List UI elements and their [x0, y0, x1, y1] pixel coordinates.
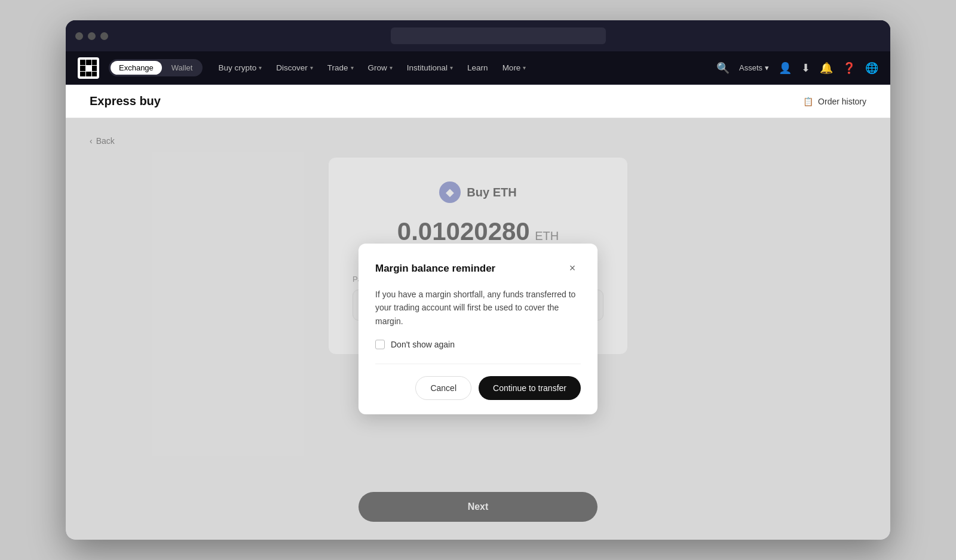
cancel-button[interactable]: Cancel [415, 376, 471, 400]
svg-rect-1 [86, 60, 91, 65]
bell-button[interactable]: 🔔 [820, 61, 833, 75]
page-body: ‹ Back ◆ Buy ETH 0.01020280 ETH You'll p… [66, 118, 890, 540]
chevron-icon: ▾ [310, 64, 313, 71]
svg-rect-0 [80, 60, 85, 65]
title-bar [66, 20, 890, 51]
page-title: Express buy [90, 94, 161, 108]
order-history-button[interactable]: 📋 Order history [803, 97, 866, 106]
svg-rect-7 [92, 72, 97, 76]
nav-buy-crypto[interactable]: Buy crypto ▾ [212, 60, 268, 76]
dont-show-label[interactable]: Don't show again [391, 340, 455, 349]
svg-rect-6 [86, 72, 91, 76]
svg-rect-3 [80, 66, 85, 71]
traffic-lights [75, 32, 108, 40]
modal-dialog: Margin balance reminder × If you have a … [358, 244, 598, 414]
logo-icon [78, 57, 99, 79]
dont-show-row: Don't show again [375, 340, 581, 349]
assets-button[interactable]: Assets ▾ [739, 63, 769, 72]
close-icon: × [569, 262, 576, 275]
nav-items: Buy crypto ▾ Discover ▾ Trade ▾ Grow ▾ I… [212, 60, 716, 76]
browser-window: Exchange Wallet Buy crypto ▾ Discover ▾ … [66, 20, 890, 540]
svg-rect-2 [92, 60, 97, 65]
modal-overlay: Margin balance reminder × If you have a … [66, 118, 890, 540]
nav-grow[interactable]: Grow ▾ [362, 60, 399, 76]
nav-discover[interactable]: Discover ▾ [270, 60, 319, 76]
continue-transfer-button[interactable]: Continue to transfer [479, 376, 581, 400]
modal-title: Margin balance reminder [375, 263, 495, 275]
help-button[interactable]: ❓ [842, 61, 856, 75]
nav-right: 🔍 Assets ▾ 👤 ⬇ 🔔 ❓ 🌐 [716, 61, 878, 75]
chevron-icon: ▾ [390, 64, 393, 71]
chevron-icon: ▾ [351, 64, 354, 71]
download-button[interactable]: ⬇ [801, 61, 810, 75]
url-bar[interactable] [391, 27, 606, 44]
chevron-icon: ▾ [259, 64, 262, 71]
page-header: Express buy 📋 Order history [66, 85, 890, 118]
order-history-icon: 📋 [803, 97, 813, 106]
chevron-down-icon: ▾ [765, 63, 769, 72]
modal-actions: Cancel Continue to transfer [375, 376, 581, 400]
svg-rect-4 [92, 66, 97, 71]
main-content: Express buy 📋 Order history ‹ Back ◆ Buy… [66, 85, 890, 540]
dont-show-checkbox[interactable] [375, 340, 385, 349]
nav-more[interactable]: More ▾ [497, 60, 532, 76]
modal-header: Margin balance reminder × [375, 260, 581, 277]
modal-divider [375, 364, 581, 364]
chevron-icon: ▾ [450, 64, 453, 71]
navbar: Exchange Wallet Buy crypto ▾ Discover ▾ … [66, 51, 890, 85]
traffic-light-close[interactable] [75, 32, 83, 40]
chevron-icon: ▾ [523, 64, 526, 71]
exchange-toggle-btn[interactable]: Exchange [111, 61, 162, 75]
nav-learn[interactable]: Learn [461, 60, 494, 76]
nav-trade[interactable]: Trade ▾ [321, 60, 360, 76]
logo [78, 57, 99, 79]
traffic-light-minimize[interactable] [88, 32, 96, 40]
modal-body: If you have a margin shortfall, any fund… [375, 288, 581, 328]
svg-rect-5 [80, 72, 85, 76]
traffic-light-maximize[interactable] [100, 32, 108, 40]
modal-close-button[interactable]: × [564, 260, 581, 277]
search-button[interactable]: 🔍 [716, 61, 730, 75]
globe-button[interactable]: 🌐 [865, 61, 878, 75]
profile-button[interactable]: 👤 [779, 61, 792, 75]
wallet-toggle-btn[interactable]: Wallet [163, 61, 201, 75]
nav-institutional[interactable]: Institutional ▾ [401, 60, 459, 76]
nav-toggle: Exchange Wallet [109, 59, 203, 76]
